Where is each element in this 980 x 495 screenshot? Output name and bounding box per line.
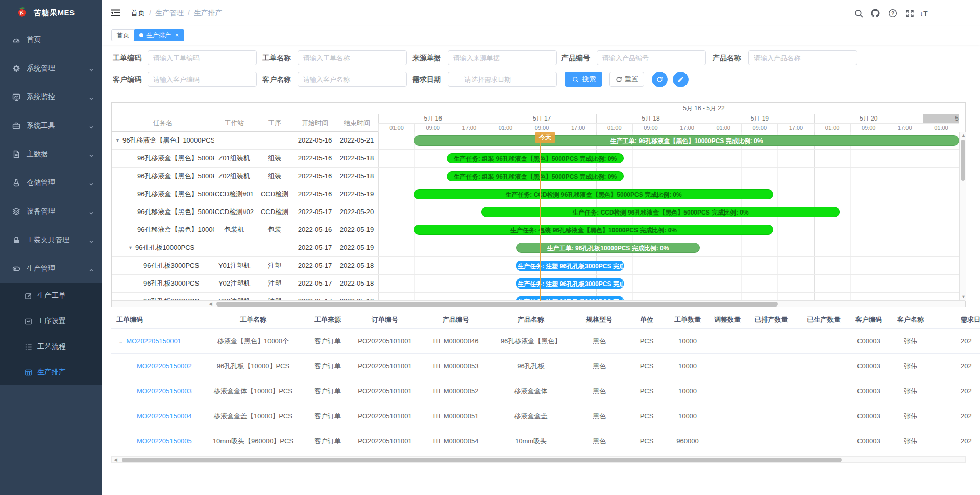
- github-icon[interactable]: [870, 8, 880, 18]
- gantt-task-row[interactable]: 96孔移液盒【黑色】5000PCSZ01组装机组装2022-05-162022-…: [112, 150, 378, 168]
- gantt-task-row[interactable]: ▼96孔移液盒【黑色】10000PCS2022-05-162022-05-21: [112, 132, 378, 150]
- sidebar-item-0[interactable]: 首页: [0, 26, 102, 54]
- sidebar-item-8[interactable]: 生产管理: [0, 254, 102, 283]
- sidebar-subitem-0[interactable]: 生产工单: [0, 283, 102, 309]
- breadcrumb-item-2[interactable]: 生产排产: [194, 9, 223, 17]
- work-order-link[interactable]: MO202205150003: [137, 387, 192, 395]
- scroll-left-icon[interactable]: ◀: [209, 301, 212, 308]
- table-cell-code: MO202205150003: [111, 379, 200, 404]
- flow-icon: [24, 343, 32, 351]
- edit-round-button[interactable]: [673, 72, 689, 87]
- sidebar-subitem-1[interactable]: 工序设置: [0, 309, 102, 334]
- fullscreen-icon[interactable]: [904, 8, 915, 18]
- gantt-task-row[interactable]: ▼96孔孔板10000PCS2022-05-172022-05-19: [112, 239, 378, 257]
- sidebar-subitem-3[interactable]: 生产排产: [0, 360, 102, 385]
- tab-close-icon[interactable]: ×: [175, 32, 179, 38]
- search-button[interactable]: 搜索: [565, 72, 602, 87]
- scroll-left-icon[interactable]: ◀: [114, 457, 117, 463]
- filter-input-产品编号[interactable]: [597, 50, 706, 65]
- table-row[interactable]: MO202205150004移液盒盒盖【10000】PCS客户订单PO20220…: [111, 404, 980, 429]
- work-order-link[interactable]: MO202205150005: [137, 437, 192, 445]
- gantt-task-row[interactable]: 96孔移液盒【黑色】10000PCS包装机包装2022-05-162022-05…: [112, 221, 378, 239]
- gantt-column-header: 任务名: [112, 114, 214, 131]
- sidebar-subitem-2[interactable]: 工艺流程: [0, 334, 102, 360]
- gantt-vscrollbar-thumb[interactable]: [961, 140, 965, 181]
- gantt-bar-task[interactable]: 生产任务: 包装 96孔移液盒【黑色】10000PCS 完成比例: 0%: [414, 225, 773, 235]
- gantt-bar-order[interactable]: 生产工单: 96孔孔板10000PCS 完成比例: 0%: [516, 243, 700, 253]
- refresh-round-button[interactable]: [652, 72, 668, 87]
- refresh-icon: [616, 76, 622, 83]
- gantt-vertical-scrollbar[interactable]: ▲▼: [959, 132, 966, 301]
- sidebar-item-4[interactable]: 主数据: [0, 140, 102, 169]
- sidebar-item-2[interactable]: 系统监控: [0, 83, 102, 111]
- gantt-task-row[interactable]: 96孔移液盒【黑色】5000PCSZ02组装机组装2022-05-162022-…: [112, 168, 378, 185]
- search-icon[interactable]: [853, 8, 864, 18]
- help-icon[interactable]: ?: [888, 8, 898, 18]
- table-row[interactable]: ⌄MO202205150001移液盒【黑色】10000个客户订单PO202205…: [111, 329, 980, 354]
- sidebar-item-3[interactable]: 系统工具: [0, 111, 102, 140]
- sidebar-item-6[interactable]: 设备管理: [0, 197, 102, 226]
- table-row[interactable]: MO20220515000510mm吸头【960000】PCS客户订单PO202…: [111, 429, 980, 454]
- gantt-day-cell: 5月 17: [487, 114, 596, 123]
- sidebar-item-label: 首页: [27, 35, 41, 44]
- gantt-task-row[interactable]: 96孔孔板3000PCSY02注塑机注塑2022-05-172022-05-18: [112, 275, 378, 293]
- gantt-bar-row: 生产任务: 注塑 96孔孔板3000PCS 完成比例: 0%: [378, 257, 959, 275]
- sidebar-item-7[interactable]: 工装夹具管理: [0, 226, 102, 254]
- table-cell-adj: [709, 429, 745, 454]
- scroll-up-icon[interactable]: ▲: [961, 132, 966, 139]
- search-icon: [572, 76, 579, 83]
- sidebar-item-label: 工装夹具管理: [27, 235, 69, 245]
- gantt-task-row[interactable]: 96孔移液盒【黑色】5000PCSCCD检测#02CCD检测2022-05-17…: [112, 203, 378, 221]
- tab-production-scheduling[interactable]: 生产排产 ×: [134, 29, 184, 41]
- gantt-bar-task[interactable]: 生产任务: 组装 96孔移液盒【黑色】5000PCS 完成比例: 0%: [447, 153, 624, 163]
- gantt-bar-task[interactable]: 生产任务: 组装 96孔移液盒【黑色】5000PCS 完成比例: 0%: [447, 171, 624, 181]
- sidebar-item-5[interactable]: 仓储管理: [0, 169, 102, 197]
- gantt-bar-task[interactable]: 生产任务: CCD检测 96孔移液盒【黑色】5000PCS 完成比例: 0%: [481, 207, 840, 217]
- filter-input-产品名称[interactable]: [748, 50, 857, 65]
- gantt-task-row[interactable]: 96孔移液盒【黑色】5000PCSCCD检测#01CCD检测2022-05-16…: [112, 185, 378, 203]
- gantt-task-name: 96孔移液盒【黑色】5000PCS: [112, 168, 214, 185]
- table-row[interactable]: MO20220515000296孔孔板【10000】PCS客户订单PO20220…: [111, 354, 980, 379]
- gantt-bar-selected[interactable]: 生产任务: 注塑 96孔孔板3000PCS 完成比例: 0%: [516, 278, 624, 289]
- reset-button[interactable]: 重置: [609, 72, 644, 87]
- chevron-up-icon: [89, 266, 94, 274]
- sidebar-subitem-label: 工序设置: [37, 317, 66, 326]
- gantt-station: Y01注塑机: [214, 257, 255, 274]
- sidebar-item-1[interactable]: 系统管理: [0, 54, 102, 83]
- filter-input-客户名称[interactable]: [298, 72, 407, 87]
- refresh-icon: [656, 76, 663, 83]
- table-cell-date: 202: [961, 329, 980, 353]
- gantt-horizontal-scrollbar[interactable]: ◀: [112, 300, 965, 307]
- tab-home[interactable]: 首页: [111, 29, 135, 41]
- gantt-scrollbar-thumb[interactable]: [216, 302, 778, 307]
- gantt-task-name: ▼96孔移液盒【黑色】10000PCS: [112, 132, 214, 149]
- gantt-bar-selected[interactable]: 生产任务: 注塑 96孔孔板3000PCS 完成比例: 0%: [516, 261, 624, 271]
- filter-label: 产品名称: [713, 50, 741, 65]
- gantt-process: 注塑: [255, 275, 295, 292]
- scroll-down-icon[interactable]: ▼: [961, 294, 966, 300]
- app-logo[interactable]: K 苦糖果MES: [0, 0, 102, 26]
- work-order-link[interactable]: MO202205150001: [126, 337, 181, 345]
- filter-input-需求日期[interactable]: [448, 72, 557, 87]
- table-row[interactable]: MO202205150003移液盒盒体【10000】PCS客户订单PO20220…: [111, 379, 980, 404]
- table-scrollbar-thumb[interactable]: [122, 458, 842, 462]
- table-horizontal-scrollbar[interactable]: ◀: [111, 456, 966, 463]
- row-collapse-icon[interactable]: ▼: [128, 245, 133, 250]
- work-order-link[interactable]: MO202205150004: [137, 412, 192, 420]
- gantt-bar-order[interactable]: 生产工单: 96孔移液盒【黑色】10000PCS 完成比例: 0%: [414, 135, 959, 146]
- filter-input-工单名称[interactable]: [298, 50, 407, 65]
- row-collapse-icon[interactable]: ▼: [115, 138, 120, 143]
- gantt-task-row[interactable]: 96孔孔板3000PCSY03注塑机注塑2022-05-172022-05-18: [112, 293, 378, 301]
- breadcrumb-separator: /: [149, 9, 151, 17]
- filter-input-工单编码[interactable]: [148, 50, 257, 65]
- filter-input-客户编码[interactable]: [148, 72, 257, 87]
- gantt-task-row[interactable]: 96孔孔板3000PCSY01注塑机注塑2022-05-172022-05-18: [112, 257, 378, 275]
- gantt-bar-task[interactable]: 生产任务: CCD检测 96孔移液盒【黑色】5000PCS 完成比例: 0%: [414, 189, 773, 199]
- work-order-link[interactable]: MO202205150002: [137, 362, 192, 370]
- breadcrumb-item-0[interactable]: 首页: [131, 9, 145, 17]
- row-expand-icon[interactable]: ⌄: [118, 338, 123, 344]
- breadcrumb-item-1[interactable]: 生产管理: [155, 9, 184, 17]
- font-size-icon[interactable]: tT: [920, 8, 930, 18]
- filter-input-来源单据[interactable]: [448, 50, 557, 65]
- sidebar-fold-icon[interactable]: [110, 8, 120, 18]
